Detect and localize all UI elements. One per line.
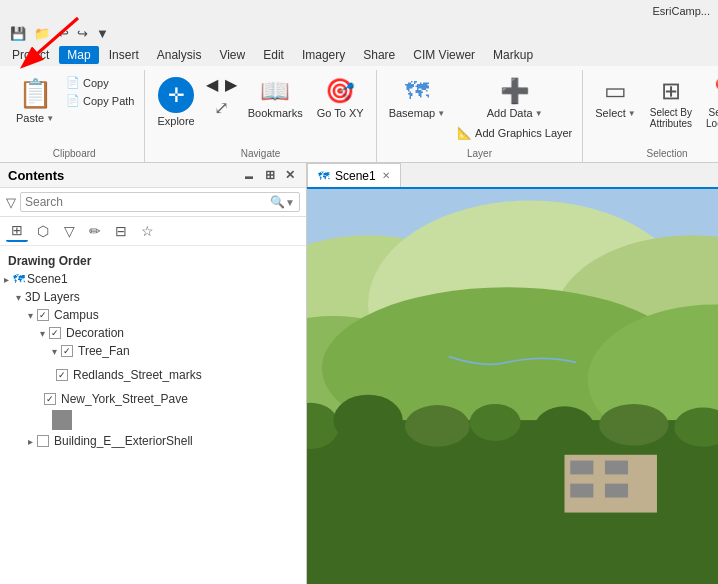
scene1-tab-label: Scene1	[335, 169, 376, 183]
select-button[interactable]: ▭ Select ▼	[589, 74, 642, 122]
svg-point-13	[599, 404, 668, 446]
tree-item-decoration[interactable]: ▾ ✓ Decoration	[0, 324, 306, 342]
add-graphics-layer-button[interactable]: 📐 Add Graphics Layer	[453, 124, 576, 142]
contents-title: Contents	[8, 168, 64, 183]
add-data-dropdown[interactable]: ▼	[535, 109, 543, 118]
layer-label: Layer	[467, 146, 492, 162]
select-by-attr-icon: ⊞	[661, 77, 681, 105]
selection-label: Selection	[646, 146, 687, 162]
select-location-button[interactable]: 📍 SelectLocat...	[700, 74, 718, 132]
panel-header-controls: 🗕 ⊞ ✕	[240, 167, 298, 183]
select-by-attr-label: Select ByAttributes	[650, 107, 692, 129]
go-to-xy-button[interactable]: 🎯 Go To XY	[311, 74, 370, 122]
star-icon: ☆	[141, 223, 154, 239]
menu-map[interactable]: Map	[59, 46, 98, 64]
copy-button[interactable]: 📄 Copy	[62, 74, 138, 91]
svg-rect-19	[605, 484, 628, 498]
ribbon-group-selection: ▭ Select ▼ ⊞ Select ByAttributes 📍 Selec…	[583, 70, 718, 162]
toolbar-table-btn[interactable]: ⊟	[110, 220, 132, 242]
menu-cim-viewer[interactable]: CIM Viewer	[405, 46, 483, 64]
tree-item-campus[interactable]: ▾ ✓ Campus	[0, 306, 306, 324]
decoration-label: Decoration	[66, 326, 124, 340]
menu-imagery[interactable]: Imagery	[294, 46, 353, 64]
qa-redo[interactable]: ↪	[75, 25, 90, 42]
add-data-button[interactable]: ➕ Add Data ▼	[453, 74, 576, 122]
building-checkbox[interactable]	[37, 435, 49, 447]
explore-label: Explore	[157, 115, 194, 127]
title-bar: EsriCamp...	[0, 0, 718, 22]
search-input[interactable]	[25, 195, 270, 209]
map-content	[307, 189, 718, 584]
nav-next-button[interactable]: ▶	[222, 74, 240, 95]
menu-insert[interactable]: Insert	[101, 46, 147, 64]
toolbar-filter-btn[interactable]: ▽	[58, 220, 80, 242]
menu-view[interactable]: View	[211, 46, 253, 64]
layer-content: 🗺 Basemap ▼ ➕ Add Data ▼ 📐 Add Graphics …	[383, 70, 577, 146]
scene1-tab[interactable]: 🗺 Scene1 ✕	[307, 163, 401, 187]
search-input-wrap: 🔍 ▼	[20, 192, 300, 212]
map-area: 🗺 Scene1 ✕	[307, 163, 718, 584]
ribbon: 📋 Paste ▼ 📄 Copy 📄 Copy Path Clipboard	[0, 66, 718, 163]
nav-prev-button[interactable]: ◀	[203, 74, 221, 95]
selection-content: ▭ Select ▼ ⊞ Select ByAttributes 📍 Selec…	[589, 70, 718, 146]
copy-path-icon: 📄	[66, 94, 80, 107]
select-dropdown[interactable]: ▼	[628, 109, 636, 118]
menu-analysis[interactable]: Analysis	[149, 46, 210, 64]
explore-icon: ✛	[158, 77, 194, 113]
qa-open[interactable]: 📁	[32, 25, 52, 42]
nav-arrows-group: ◀ ▶ ⤢	[203, 74, 240, 119]
panel-minimize-btn[interactable]: 🗕	[240, 167, 258, 183]
new-york-checkbox[interactable]: ✓	[44, 393, 56, 405]
qa-undo[interactable]: ↩	[56, 25, 71, 42]
panel-close-btn[interactable]: ✕	[282, 167, 298, 183]
bookmarks-button[interactable]: 📖 Bookmarks	[242, 74, 309, 122]
decoration-checkbox[interactable]: ✓	[49, 327, 61, 339]
paste-button[interactable]: 📋 Paste ▼	[10, 74, 60, 127]
tree-item-3d-layers[interactable]: ▾ 3D Layers	[0, 288, 306, 306]
tree-fan-checkbox[interactable]: ✓	[61, 345, 73, 357]
landscape	[307, 189, 718, 584]
tree-item-scene1[interactable]: ▸ 🗺 Scene1	[0, 270, 306, 288]
tree-item-new-york[interactable]: ✓ New_York_Street_Pave	[0, 390, 306, 408]
toolbar-drawing-order-btn[interactable]: ⊞	[6, 220, 28, 242]
search-filter-icon: ▽	[6, 195, 16, 210]
qa-dropdown[interactable]: ▼	[94, 25, 111, 42]
tree-item-redlands[interactable]: ✓ Redlands_Street_marks	[0, 366, 306, 384]
scene1-tab-close[interactable]: ✕	[382, 170, 390, 181]
copy-path-button[interactable]: 📄 Copy Path	[62, 92, 138, 109]
campus-checkbox[interactable]: ✓	[37, 309, 49, 321]
paste-label: Paste	[16, 112, 44, 124]
ribbon-group-clipboard: 📋 Paste ▼ 📄 Copy 📄 Copy Path Clipboard	[4, 70, 145, 162]
toolbar-pencil-btn[interactable]: ✏	[84, 220, 106, 242]
color-swatch-row	[0, 410, 306, 430]
qa-save[interactable]: 💾	[8, 25, 28, 42]
basemap-icon: 🗺	[405, 77, 429, 105]
3d-layers-expand: ▾	[16, 292, 21, 303]
redlands-label: Redlands_Street_marks	[73, 368, 202, 382]
navigate-label: Navigate	[241, 146, 280, 162]
menu-share[interactable]: Share	[355, 46, 403, 64]
toolbar-star-btn[interactable]: ☆	[136, 220, 158, 242]
select-by-attr-button[interactable]: ⊞ Select ByAttributes	[644, 74, 698, 132]
menu-edit[interactable]: Edit	[255, 46, 292, 64]
table-icon: ⊟	[115, 223, 127, 239]
cylinder-icon: ⬡	[37, 223, 49, 239]
tree-item-building[interactable]: ▸ Building_E__ExteriorShell	[0, 432, 306, 450]
panel-float-btn[interactable]: ⊞	[262, 167, 278, 183]
toolbar-cylinder-btn[interactable]: ⬡	[32, 220, 54, 242]
svg-rect-16	[570, 461, 593, 475]
svg-point-10	[405, 405, 470, 447]
svg-point-9	[333, 395, 402, 446]
explore-button[interactable]: ✛ Explore	[151, 74, 200, 130]
basemap-button[interactable]: 🗺 Basemap ▼	[383, 74, 451, 122]
paste-dropdown-arrow[interactable]: ▼	[46, 114, 54, 123]
tree-item-tree-fan[interactable]: ▾ ✓ Tree_Fan	[0, 342, 306, 360]
redlands-checkbox[interactable]: ✓	[56, 369, 68, 381]
menu-project[interactable]: Project	[4, 46, 57, 64]
basemap-dropdown[interactable]: ▼	[437, 109, 445, 118]
menu-markup[interactable]: Markup	[485, 46, 541, 64]
search-dropdown-icon[interactable]: ▼	[285, 197, 295, 208]
contents-panel: Contents 🗕 ⊞ ✕ ▽ 🔍 ▼ ⊞ ⬡	[0, 163, 307, 584]
nav-next-icon: ▶	[225, 75, 237, 94]
add-data-icon: ➕	[500, 77, 530, 105]
